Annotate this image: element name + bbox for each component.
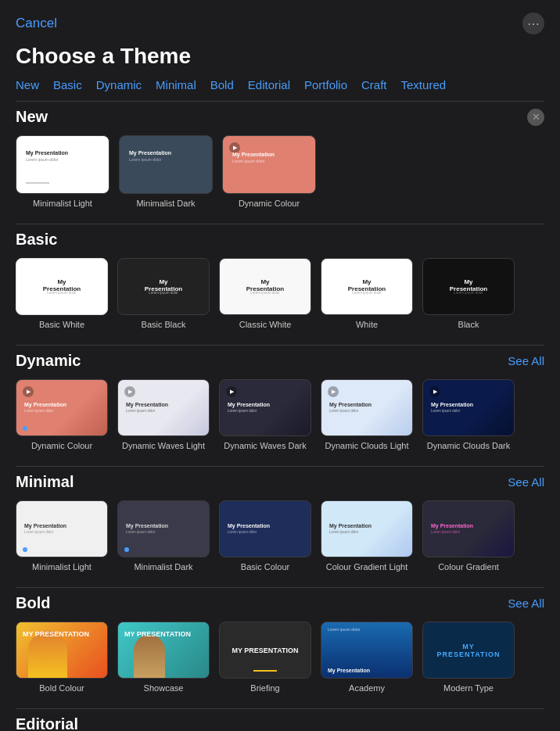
theme-label-showcase: Showcase	[144, 683, 184, 693]
tab-dynamic[interactable]: Dynamic	[96, 78, 142, 91]
theme-label-basic-colour: Basic Colour	[241, 562, 289, 572]
theme-colour-gradient[interactable]: My Presentation Lorem ipsum dolor Colour…	[422, 500, 515, 572]
theme-label-dynamic-colour: Dynamic Colour	[31, 441, 92, 450]
theme-label-dynamic-waves-light: Dynamic Waves Light	[122, 441, 205, 450]
theme-label-black: Black	[458, 320, 479, 329]
theme-label-dynamic-waves-dark: Dynamic Waves Dark	[224, 441, 306, 450]
theme-modern-type[interactable]: MY PRESENTATION Modern Type	[422, 622, 515, 693]
theme-label-classic-white: Classic White	[239, 320, 292, 329]
theme-label-white: White	[356, 320, 378, 329]
see-all-minimal-button[interactable]: See All	[508, 475, 544, 489]
theme-label-basic-black: Basic Black	[142, 320, 186, 329]
theme-label-basic-white: Basic White	[39, 320, 84, 329]
theme-dynamic-clouds-light[interactable]: ▶ My Presentation Lorem ipsum dolor Dyna…	[321, 379, 413, 450]
theme-classic-white[interactable]: My Presentation Lorem ipsum dolor Classi…	[219, 258, 311, 329]
theme-dynamic-colour-new[interactable]: ▶ My Presentation Lorem ipsum dolor Dyna…	[222, 135, 316, 208]
section-title-new: New	[16, 108, 48, 126]
theme-minimalist-light[interactable]: My Presentation Lorem ipsum dolor Minima…	[16, 135, 109, 208]
theme-grid-bold: MY PRESENTATION Bold Colour MY PRESENTAT…	[16, 622, 544, 693]
theme-label-briefing: Briefing	[250, 683, 279, 693]
section-title-basic: Basic	[16, 231, 57, 249]
see-all-bold-button[interactable]: See All	[508, 597, 544, 610]
theme-basic-colour[interactable]: My Presentation Lorem ipsum dolor Basic …	[219, 500, 311, 572]
theme-label-modern-type: Modern Type	[443, 683, 494, 693]
more-button[interactable]: ⋯	[522, 13, 544, 34]
section-title-minimal: Minimal	[16, 473, 74, 491]
theme-grid-new: My Presentation Lorem ipsum dolor Minima…	[16, 135, 544, 208]
cancel-button[interactable]: Cancel	[16, 16, 57, 31]
section-title-bold: Bold	[16, 594, 50, 612]
theme-dynamic-clouds-dark[interactable]: ▶ My Presentation Lorem ipsum dolor Dyna…	[422, 379, 515, 450]
tab-bold[interactable]: Bold	[210, 78, 234, 91]
theme-basic-black[interactable]: My Presentation Lorem ipsum dolor Basic …	[117, 258, 210, 329]
theme-label-dynamic-clouds-light: Dynamic Clouds Light	[325, 441, 409, 450]
theme-label-dynamic-colour-new: Dynamic Colour	[239, 199, 300, 208]
theme-grid-basic: My Presentation Lorem ipsum dolor Basic …	[16, 258, 544, 329]
theme-bold-colour[interactable]: MY PRESENTATION Bold Colour	[16, 622, 108, 693]
theme-minimalist-dark-2[interactable]: My Presentation Lorem ipsum dolor Minima…	[117, 500, 210, 572]
theme-label-dynamic-clouds-dark: Dynamic Clouds Dark	[427, 441, 510, 450]
theme-label-academy: Academy	[349, 683, 385, 693]
theme-white[interactable]: My Presentation Lorem ipsum dolor White	[321, 258, 413, 329]
theme-grid-dynamic: ▶ My Presentation Lorem ipsum dolor Dyna…	[16, 379, 544, 450]
theme-briefing[interactable]: MY PRESENTATION Briefing	[219, 622, 311, 693]
section-minimal: Minimal See All My Presentation Lorem ip…	[0, 473, 560, 587]
filter-tabs: New Basic Dynamic Minimal Bold Editorial…	[0, 78, 560, 101]
header: Cancel ⋯	[0, 0, 560, 41]
close-new-section-button[interactable]: ✕	[527, 109, 544, 126]
section-bold: Bold See All MY PRESENTATION Bold Colour…	[0, 594, 560, 708]
theme-dynamic-waves-dark[interactable]: ▶ My Presentation Lorem ipsum dolor Dyna…	[219, 379, 311, 450]
see-all-dynamic-button[interactable]: See All	[508, 354, 544, 367]
tab-basic[interactable]: Basic	[53, 78, 82, 91]
tab-editorial[interactable]: Editorial	[248, 78, 290, 91]
theme-label-minimalist-light: Minimalist Light	[33, 199, 92, 208]
tab-craft[interactable]: Craft	[361, 78, 387, 91]
theme-academy[interactable]: My Presentation Lorem ipsum dolor Academ…	[321, 622, 413, 693]
section-basic: Basic My Presentation Lorem ipsum dolor …	[0, 231, 560, 345]
theme-grid-minimal: My Presentation Lorem ipsum dolor Minima…	[16, 500, 544, 572]
theme-dynamic-colour[interactable]: ▶ My Presentation Lorem ipsum dolor Dyna…	[16, 379, 108, 450]
theme-basic-white[interactable]: My Presentation Lorem ipsum dolor Basic …	[16, 258, 108, 329]
section-dynamic: Dynamic See All ▶ My Presentation Lorem …	[0, 352, 560, 466]
section-title-dynamic: Dynamic	[16, 352, 81, 370]
theme-minimalist-light-2[interactable]: My Presentation Lorem ipsum dolor Minima…	[16, 500, 108, 572]
theme-showcase[interactable]: MY PRESENTATION Showcase	[117, 622, 210, 693]
theme-label-minimalist-dark: Minimalist Dark	[136, 199, 195, 208]
section-editorial: Editorial My Presentation Feature Story …	[0, 715, 560, 731]
tab-minimal[interactable]: Minimal	[156, 78, 196, 91]
tab-textured[interactable]: Textured	[401, 78, 447, 91]
theme-label-bold-colour: Bold Colour	[39, 683, 84, 693]
theme-dynamic-waves-light[interactable]: ▶ My Presentation Lorem ipsum dolor Dyna…	[117, 379, 210, 450]
tab-new[interactable]: New	[16, 78, 39, 91]
theme-black[interactable]: My Presentation Lorem ipsum dolor Black	[422, 258, 515, 329]
tab-portfolio[interactable]: Portfolio	[304, 78, 347, 91]
theme-minimalist-dark[interactable]: My Presentation Lorem ipsum dolor Minima…	[119, 135, 213, 208]
section-title-editorial: Editorial	[16, 715, 78, 731]
theme-label-colour-gradient: Colour Gradient	[438, 562, 499, 572]
theme-label-colour-gradient-light: Colour Gradient Light	[326, 562, 408, 572]
page-title: Choose a Theme	[0, 41, 560, 78]
theme-label-minimalist-dark-2: Minimalist Dark	[134, 562, 192, 572]
section-new: New ✕ My Presentation Lorem ipsum dolor …	[0, 108, 560, 224]
theme-label-minimalist-light-2: Minimalist Light	[32, 562, 92, 572]
theme-colour-gradient-light[interactable]: My Presentation Lorem ipsum dolor Colour…	[321, 500, 413, 572]
